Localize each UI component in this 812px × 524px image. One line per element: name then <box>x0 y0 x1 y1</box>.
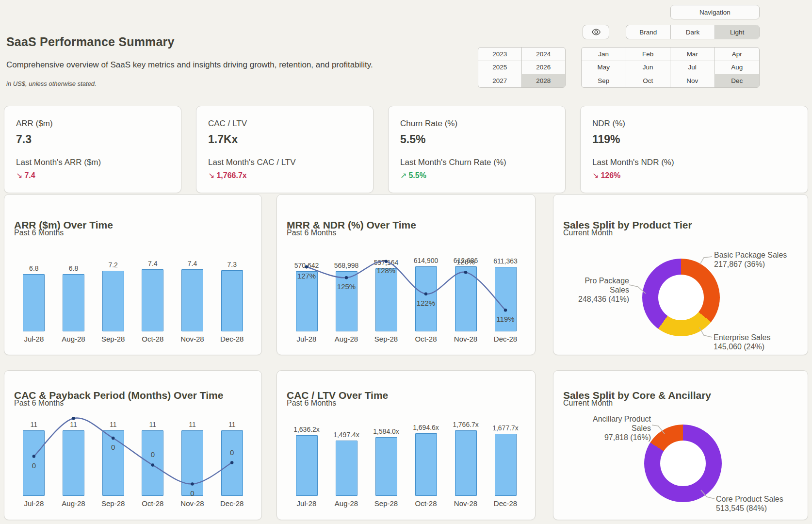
chart-card-mrr-ndr-over-time: MRR & NDR (%) Over Time Past 6 Months 57… <box>276 194 536 355</box>
month-cell-apr[interactable]: Apr <box>715 48 760 61</box>
year-cell-2024[interactable]: 2024 <box>522 48 566 61</box>
line-value-label: 125% <box>337 282 356 291</box>
year-cell-2025[interactable]: 2025 <box>478 61 522 75</box>
trend-down-icon: ↘ <box>16 171 22 180</box>
year-cell-2023[interactable]: 2023 <box>478 48 522 61</box>
core-ancillary-donut-chart: Core Product Sales513,545 (84%)Ancillary… <box>553 414 808 520</box>
donut-ring <box>644 425 722 502</box>
kpi-secondary-value: 1,766.7x <box>216 171 246 180</box>
trend-down-icon: ↘ <box>592 171 599 180</box>
bar-value-label: 597,164 <box>374 259 399 266</box>
x-axis-label: Aug-28 <box>54 335 94 343</box>
x-axis-label: Aug-28 <box>326 335 366 343</box>
bar-value-label: 1,584.0x <box>373 427 399 435</box>
theme-option-light[interactable]: Light <box>715 25 759 39</box>
month-cell-jul[interactable]: Jul <box>670 61 715 75</box>
line-value-label: 122% <box>417 299 435 307</box>
product-tier-donut-chart: Basic Package Sales217,867 (36%)Enterpri… <box>553 243 808 355</box>
x-axis-label: Jul-28 <box>287 335 326 343</box>
kpi-secondary-value: 7.4 <box>24 171 35 180</box>
line-value-label: 0 <box>151 450 155 458</box>
bar-value-label: 1,497.4x <box>333 431 359 439</box>
month-cell-nov[interactable]: Nov <box>670 74 715 87</box>
bar-Nov-28 <box>455 266 477 331</box>
month-cell-aug[interactable]: Aug <box>715 61 760 75</box>
month-cell-mar[interactable]: Mar <box>670 48 715 61</box>
kpi-secondary-label: Last Month's Churn Rate (%) <box>400 158 553 167</box>
slice-value: 248,436 (41%) <box>565 295 629 304</box>
theme-option-brand[interactable]: Brand <box>626 25 670 39</box>
line-value-label: 0 <box>111 443 115 451</box>
bar-value-label: 11 <box>110 421 117 428</box>
visibility-toggle-button[interactable] <box>583 25 609 39</box>
month-cell-jun[interactable]: Jun <box>626 61 671 75</box>
x-axis-label: Jul-28 <box>14 499 54 508</box>
bar-value-label: 1,677.7x <box>492 424 519 432</box>
month-cell-sep[interactable]: Sep <box>582 74 626 87</box>
month-cell-feb[interactable]: Feb <box>626 48 671 61</box>
line-value-label: 119% <box>496 315 514 323</box>
bar-Oct-28 <box>142 430 163 496</box>
eye-icon <box>591 28 601 36</box>
x-axis-label: Oct-28 <box>133 499 173 508</box>
year-cell-2028[interactable]: 2028 <box>522 74 566 87</box>
x-axis-label: Aug-28 <box>54 499 94 508</box>
line-value-label: 126% <box>456 258 475 266</box>
donut-label-2: Enterprise Sales145,060 (24%) <box>714 333 770 351</box>
bar-Sep-28 <box>375 437 397 496</box>
year-cell-2027[interactable]: 2027 <box>478 74 522 87</box>
x-axis-label: Aug-28 <box>326 499 366 508</box>
bar-Dec-28 <box>495 434 517 496</box>
bar-Sep-28 <box>102 271 124 331</box>
bar-Nov-28 <box>181 430 203 496</box>
plot-area: 570,642568,998597,164614,900612,686611,3… <box>287 253 525 331</box>
arr-bar-chart: 6.86.87.27.47.47.3Jul-28Aug-28Sep-28Oct-… <box>14 253 252 343</box>
year-selector: 202320242025202620272028 <box>478 47 566 88</box>
donut-ring <box>642 259 720 336</box>
bar-value-label: 1,766.7x <box>453 421 479 428</box>
month-cell-oct[interactable]: Oct <box>626 74 671 87</box>
x-axis-label: Sep-28 <box>93 335 133 343</box>
slice-label: Pro Package Sales <box>565 276 629 295</box>
x-axis-label: Oct-28 <box>406 499 446 508</box>
kpi-label: Churn Rate (%) <box>400 119 553 129</box>
bar-value-label: 570,642 <box>294 262 319 269</box>
navigation-button[interactable]: Navigation <box>670 5 760 19</box>
month-cell-may[interactable]: May <box>582 61 626 75</box>
kpi-secondary-value: 5.5% <box>408 171 426 180</box>
kpi-secondary-label: Last Month's CAC / LTV <box>208 158 361 167</box>
month-cell-dec[interactable]: Dec <box>715 74 760 87</box>
line-value-label: 0 <box>230 448 234 457</box>
year-cell-2026[interactable]: 2026 <box>522 61 566 75</box>
kpi-card-3: Churn Rate (%)5.5%Last Month's Churn Rat… <box>388 106 566 193</box>
x-axis-label: Jul-28 <box>14 335 54 343</box>
theme-option-dark[interactable]: Dark <box>670 25 715 39</box>
bar-value-label: 611,363 <box>493 257 518 265</box>
chart-subtitle: Past 6 Months <box>287 229 336 237</box>
slice-label: Core Product Sales <box>716 494 783 504</box>
kpi-value: 1.7Kx <box>208 133 361 146</box>
theme-switcher: BrandDarkLight <box>626 25 760 39</box>
kpi-trend: ↗5.5% <box>400 171 553 180</box>
bar-value-label: 7.2 <box>108 261 117 269</box>
kpi-secondary-label: Last Month's ARR ($m) <box>16 158 169 167</box>
kpi-trend: ↘1,766.7x <box>208 171 361 180</box>
cac-payback-combo-chart: 11111111111100000Jul-28Aug-28Sep-28Oct-2… <box>14 417 252 508</box>
slice-label: Enterprise Sales <box>714 333 770 342</box>
bar-Aug-28 <box>336 271 357 331</box>
x-axis-label: Nov-28 <box>446 335 486 343</box>
chart-subtitle: Past 6 Months <box>14 399 64 408</box>
bar-Jul-28 <box>296 271 318 331</box>
x-axis-label: Jul-28 <box>287 499 326 508</box>
chart-subtitle: Current Month <box>563 229 613 237</box>
bar-Oct-28 <box>415 433 437 496</box>
bar-Oct-28 <box>142 269 163 331</box>
month-cell-jan[interactable]: Jan <box>582 48 626 61</box>
kpi-value: 119% <box>592 133 796 146</box>
trend-up-icon: ↗ <box>400 171 406 180</box>
donut-label-2: Ancillary Product Sales97,818 (16%) <box>573 414 651 442</box>
kpi-card-4: NDR (%)119%Last Month's NDR (%)↘126% <box>580 106 808 193</box>
bar-Jul-28 <box>23 274 45 331</box>
bar-value-label: 6.8 <box>69 264 78 272</box>
x-axis-label: Sep-28 <box>93 499 133 508</box>
